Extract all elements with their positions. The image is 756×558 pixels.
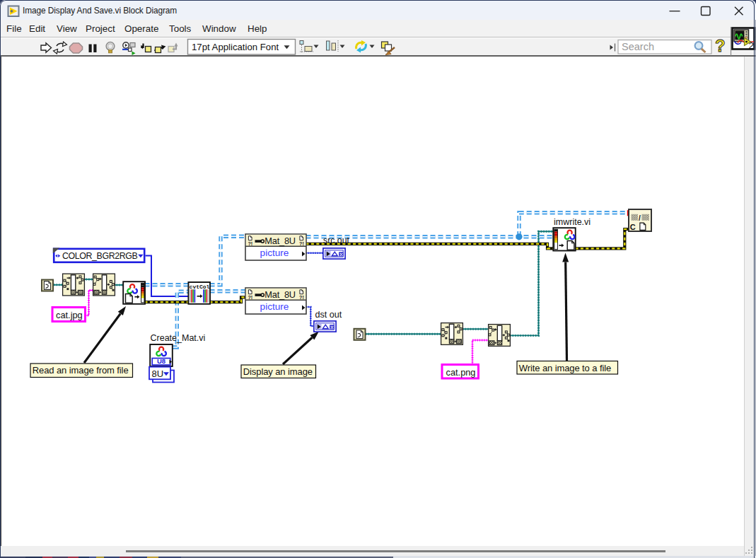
svg-text:17pt Application Font: 17pt Application Font bbox=[192, 42, 279, 52]
svg-text:dst out: dst out bbox=[315, 310, 342, 320]
svg-text:cvtCol: cvtCol bbox=[190, 284, 210, 290]
svg-text:Read an image from file: Read an image from file bbox=[33, 365, 129, 376]
svg-text:/: / bbox=[639, 214, 641, 222]
svg-text:8U: 8U bbox=[152, 368, 164, 379]
svg-text:C: C bbox=[630, 223, 636, 231]
svg-text:src.out: src.out bbox=[323, 236, 349, 245]
svg-text:Write an image to a file: Write an image to a file bbox=[519, 363, 611, 373]
svg-text:cat.png: cat.png bbox=[446, 367, 476, 378]
svg-text:Display an image: Display an image bbox=[243, 366, 313, 377]
svg-text:cat.jpg: cat.jpg bbox=[56, 310, 83, 320]
svg-text:Create_Mat.vi: Create_Mat.vi bbox=[151, 333, 206, 343]
svg-text:2: 2 bbox=[749, 40, 755, 51]
svg-text:Search: Search bbox=[622, 41, 654, 52]
svg-text:imwrite.vi: imwrite.vi bbox=[554, 217, 591, 227]
svg-text:COLOR_BGR2RGB: COLOR_BGR2RGB bbox=[62, 251, 137, 261]
svg-text:U8: U8 bbox=[157, 357, 165, 365]
svg-text:?: ? bbox=[715, 36, 726, 55]
